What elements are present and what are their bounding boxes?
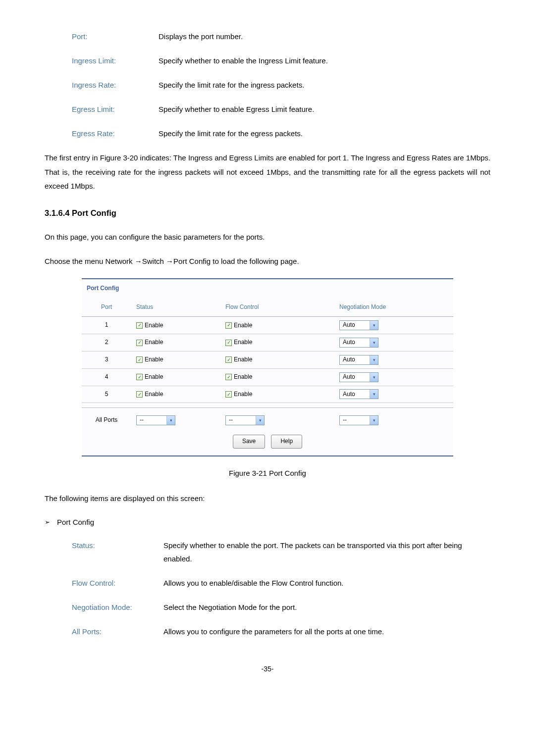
flow-label: Enable (234, 372, 252, 383)
select-value: Auto (340, 338, 370, 347)
flow-control-checkbox[interactable]: ✓Enable (225, 389, 252, 400)
th-status: Status (131, 298, 220, 317)
flow-control-desc: Allows you to enable/disable the Flow Co… (163, 576, 490, 590)
port-number: 5 (82, 386, 131, 403)
select-value: -- (340, 416, 370, 425)
check-icon: ✓ (225, 340, 232, 346)
table-row: 2 ✓Enable ✓Enable Auto▾ (82, 334, 453, 352)
figure-caption: Figure 3-21 Port Config (45, 466, 490, 480)
status-checkbox[interactable]: ✓Enable (136, 354, 163, 365)
check-icon: ✓ (136, 322, 143, 329)
select-value: -- (226, 416, 256, 425)
status-checkbox[interactable]: ✓Enable (136, 320, 163, 331)
negotiation-mode-desc: Select the Negotiation Mode for the port… (163, 601, 490, 614)
check-icon: ✓ (225, 391, 232, 398)
chevron-down-icon: ▾ (370, 338, 378, 347)
th-negotiation-mode: Negotiation Mode (334, 298, 453, 317)
flow-control-label: Flow Control: (72, 576, 163, 590)
egress-limit-label: Egress Limit: (72, 102, 159, 116)
flow-label: Enable (234, 337, 252, 348)
status-checkbox[interactable]: ✓Enable (136, 372, 163, 383)
paragraph-intro: On this page, you can configure the basi… (45, 230, 490, 245)
port-number: 3 (82, 351, 131, 368)
ingress-rate-label: Ingress Rate: (72, 78, 159, 92)
status-label: Enable (145, 320, 163, 331)
all-ports-row: All Ports --▾ --▾ --▾ (82, 408, 453, 429)
bullet-port-config: ➢ Port Config (45, 515, 490, 529)
flow-control-checkbox[interactable]: ✓Enable (225, 337, 252, 348)
section-heading-port-config: 3.1.6.4 Port Config (45, 206, 490, 221)
ingress-limit-label: Ingress Limit: (72, 54, 159, 67)
select-value: Auto (340, 373, 370, 382)
flow-label: Enable (234, 354, 252, 365)
chevron-down-icon: ▾ (166, 416, 175, 425)
table-row: 1 ✓Enable ✓Enable Auto▾ (82, 317, 453, 334)
negotiation-select[interactable]: Auto▾ (339, 372, 378, 382)
port-number: 2 (82, 334, 131, 352)
negotiation-select[interactable]: Auto▾ (339, 320, 378, 330)
check-icon: ✓ (225, 322, 232, 329)
table-row: 5 ✓Enable ✓Enable Auto▾ (82, 386, 453, 403)
chevron-down-icon: ▾ (370, 321, 378, 330)
port-number: 4 (82, 368, 131, 386)
th-flow-control: Flow Control (220, 298, 334, 317)
all-ports-desc: Allows you to configure the parameters f… (163, 625, 490, 638)
chevron-down-icon: ▾ (370, 355, 378, 364)
status-checkbox[interactable]: ✓Enable (136, 389, 163, 400)
check-icon: ✓ (136, 340, 143, 346)
ingress-limit-desc: Specify whether to enable the Ingress Li… (159, 54, 490, 67)
check-icon: ✓ (225, 374, 232, 380)
figure-title: Port Config (82, 279, 453, 298)
egress-limit-desc: Specify whether to enable Egress Limit f… (159, 102, 490, 116)
flow-label: Enable (234, 389, 252, 400)
flow-control-checkbox[interactable]: ✓Enable (225, 372, 252, 383)
th-port: Port (82, 298, 131, 317)
table-row: 4 ✓Enable ✓Enable Auto▾ (82, 368, 453, 386)
help-button[interactable]: Help (271, 435, 302, 449)
chevron-down-icon: ▾ (256, 416, 264, 425)
negotiation-mode-label: Negotiation Mode: (72, 601, 163, 614)
flow-control-checkbox[interactable]: ✓Enable (225, 320, 252, 331)
negotiation-select[interactable]: Auto▾ (339, 389, 378, 399)
bullet-label: Port Config (57, 515, 94, 529)
port-number: 1 (82, 317, 131, 334)
negotiation-select[interactable]: Auto▾ (339, 355, 378, 365)
all-ports-flow-select[interactable]: --▾ (225, 415, 265, 425)
all-ports-status-select[interactable]: --▾ (136, 415, 175, 425)
chevron-down-icon: ▾ (370, 390, 378, 399)
egress-rate-desc: Specify the limit rate for the egress pa… (159, 127, 490, 140)
select-value: Auto (340, 390, 370, 399)
status-label: Enable (145, 389, 163, 400)
flow-label: Enable (234, 320, 252, 331)
check-icon: ✓ (136, 391, 143, 398)
egress-rate-label: Egress Rate: (72, 127, 159, 140)
chevron-down-icon: ▾ (370, 416, 378, 425)
select-value: Auto (340, 355, 370, 364)
check-icon: ✓ (136, 356, 143, 363)
ingress-rate-desc: Specify the limit rate for the ingress p… (159, 78, 490, 92)
status-label: Enable (145, 372, 163, 383)
paragraph-first-entry: The first entry in Figure 3-20 indicates… (45, 151, 490, 194)
check-icon: ✓ (136, 374, 143, 380)
port-label: Port: (72, 30, 159, 43)
status-label: Status: (72, 539, 163, 552)
port-config-table: Port Status Flow Control Negotiation Mod… (82, 298, 453, 429)
status-label: Enable (145, 337, 163, 348)
select-value: Auto (340, 321, 370, 330)
negotiation-select[interactable]: Auto▾ (339, 338, 378, 348)
check-icon: ✓ (225, 356, 232, 363)
save-button[interactable]: Save (233, 435, 265, 449)
all-ports-label: All Ports (82, 408, 131, 429)
status-checkbox[interactable]: ✓Enable (136, 337, 163, 348)
paragraph-following-items: The following items are displayed on thi… (45, 492, 490, 506)
status-desc: Specify whether to enable the port. The … (163, 539, 490, 565)
status-label: Enable (145, 354, 163, 365)
figure-port-config: Port Config Port Status Flow Control Neg… (45, 278, 490, 456)
paragraph-menu-path: Choose the menu Network →Switch →Port Co… (45, 254, 490, 269)
all-ports-label: All Ports: (72, 625, 163, 638)
all-ports-neg-select[interactable]: --▾ (339, 415, 378, 425)
chevron-down-icon: ▾ (370, 373, 378, 382)
flow-control-checkbox[interactable]: ✓Enable (225, 354, 252, 365)
table-row: 3 ✓Enable ✓Enable Auto▾ (82, 351, 453, 368)
bullet-icon: ➢ (45, 516, 50, 528)
